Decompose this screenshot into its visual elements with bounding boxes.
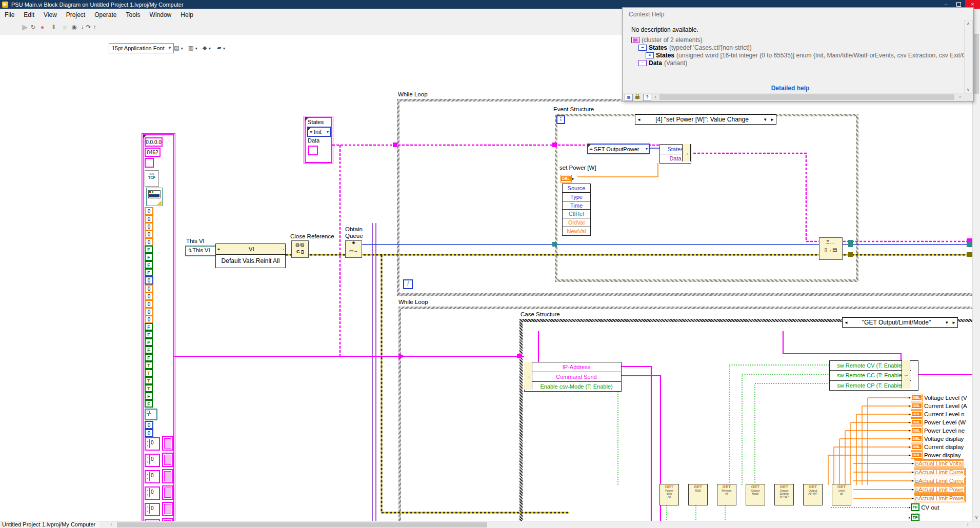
numeric-constant[interactable]: 0 [145,315,153,323]
boolean-constant[interactable]: F [145,392,153,400]
array-index-spinner[interactable]: ▴▾ [146,439,150,448]
local-variable-node[interactable]: ▸⌂Actual Limit Curre [912,477,966,485]
local-variable-node[interactable]: ▸⌂Actual Limit Curre [912,468,966,476]
obtain-queue-node[interactable]: * ▭→ [345,240,362,258]
tf-indicator-terminal[interactable]: ▸TFCV out [909,503,939,511]
scroll-left-icon[interactable]: ‹ [108,521,115,528]
this-vi-reference[interactable]: ↯This VI [185,246,218,256]
menu-item-edit[interactable]: Edit [19,9,39,21]
event-structure[interactable] [555,114,858,282]
hscrollbar-thumb[interactable] [659,94,954,100]
tf-indicator-terminal[interactable]: ▸TF [909,514,919,521]
block-diagram-canvas[interactable]: While Loop Event Structure ◄ [4] "set Po… [0,34,980,521]
get-subvi-rsd[interactable]: GETRSD [688,484,708,505]
distribute-objects-button[interactable]: ▥ ▼ [187,43,201,52]
numeric-constant[interactable]: 0 [145,222,153,231]
boolean-constant[interactable]: F [145,331,153,338]
refnum-constant[interactable] [145,409,157,420]
chevron-down-icon[interactable]: ▼ [762,117,769,122]
run-continuously-button[interactable]: ↻ [29,23,37,32]
get-subvi-output-setting-alw[interactable]: GETOutputSettingAl? W? [774,484,794,505]
boolean-constant[interactable]: F [145,269,153,276]
lock-help-icon[interactable] [634,93,641,100]
question-help-icon[interactable]: ? [643,94,651,101]
dbl-indicator-terminal[interactable]: ▸DBLPower display [909,451,961,459]
boolean-constant[interactable]: T [145,384,153,392]
numeric-constant[interactable]: 0 [145,300,153,308]
boolean-constant[interactable]: F [145,323,153,331]
scroll-right-icon[interactable]: › [964,521,971,528]
string-constant[interactable]: 8462 [145,148,161,157]
retain-wire-values-button[interactable]: ◉ [70,23,78,32]
event-timeout-terminal[interactable]: ▼▲ [556,115,565,124]
event-data-node[interactable]: SourceTypeTimeCtlRefOldValNewVal [562,184,591,236]
close-reference-node[interactable]: ▨/▨ C ▯ [291,240,309,258]
align-objects-button[interactable]: ▤ ▼ [173,43,186,52]
numeric-constant[interactable]: 0 [145,308,153,316]
string-constant[interactable] [145,158,154,168]
numeric-constant[interactable]: 0 [145,421,153,429]
array-index-spinner[interactable]: ▴▾ [146,472,150,481]
clean-up-diagram-button[interactable]: ▰ ▼ [216,43,229,52]
menu-item-window[interactable]: Window [145,9,176,21]
chevron-down-icon[interactable]: ▾ [327,130,330,134]
prev-case-icon[interactable]: ◄ [843,320,850,325]
numeric-constant[interactable]: 0 [145,207,153,215]
case-structure-selector[interactable]: ◄ "GET Output/Limit/Mode" ▼ ► [842,317,958,328]
context-help-vscrollbar[interactable]: ∧ ∨ [964,20,973,94]
pause-button[interactable]: ‖ [49,23,58,32]
menu-item-operate[interactable]: Operate [90,9,121,21]
variant-constant[interactable] [308,146,318,155]
numeric-constant[interactable]: 0 [145,238,153,246]
boolean-constant[interactable]: F [145,346,153,354]
chevron-down-icon[interactable]: ▼ [943,320,950,325]
next-case-icon[interactable]: ► [769,117,776,122]
boolean-constant[interactable]: F [145,246,153,253]
numeric-constant[interactable]: 0 [145,429,153,437]
menu-item-file[interactable]: File [0,9,19,21]
detailed-help-link[interactable]: Detailed help [623,85,958,92]
dbl-indicator-terminal[interactable]: ▸DBLVoltage Level (V [909,394,967,401]
array-index-spinner[interactable]: ▴▾ [146,488,150,497]
numeric-constant[interactable]: 0 [145,215,153,223]
array-constant[interactable]: ▴▾0 [145,503,169,515]
boolean-constant[interactable]: F [145,354,153,361]
numeric-constant[interactable]: 0 [145,276,153,285]
numeric-constant[interactable]: 0 [145,292,153,300]
menu-item-project[interactable]: Project [62,9,90,21]
boolean-constant[interactable]: T [145,377,153,384]
run-button[interactable]: ▶ [21,23,29,32]
chevron-down-icon[interactable]: ▾ [646,147,649,151]
boolean-constant[interactable]: F [145,253,153,261]
states-cluster-constant[interactable]: States ◂▸ Init ▾ Data [305,117,332,163]
dbl-indicator-terminal[interactable]: ▸DBLVoltage display [909,435,964,442]
invoke-node[interactable]: ▫▸ VI ▫ Default Vals.Reinit All [215,243,286,268]
menu-item-help[interactable]: Help [176,9,198,21]
font-selector[interactable]: 15pt Application Font▼ [109,43,174,53]
boolean-constant[interactable]: T [145,369,153,377]
array-index-spinner[interactable]: ▴▾ [146,455,150,464]
boolean-constant[interactable]: F [145,338,153,346]
set-power-terminal[interactable]: DBL▸ [560,173,574,182]
highlight-execution-button[interactable]: ☼ [61,23,69,32]
string-constant[interactable]: 0.0.0.0 [145,137,163,147]
menu-item-tools[interactable]: Tools [122,9,145,21]
boolean-constant[interactable]: F [145,261,153,269]
dbl-indicator-terminal[interactable]: ▸DBLPower Level ne [909,427,965,434]
local-variable-node[interactable]: ▸⌂Actual Limit Powe [912,494,966,502]
step-out-button[interactable]: ↑ [90,23,99,32]
get-subvi-output-mode[interactable]: GETOutputMode [746,484,765,505]
reorder-objects-button[interactable]: ◆ ▼ [202,43,215,52]
set-outputpower-enum[interactable]: ◂▸ SET OutputPower ▾ [587,144,650,154]
next-case-icon[interactable]: ► [950,320,957,325]
prev-case-icon[interactable]: ◄ [635,117,643,122]
get-subvi-output-alw[interactable]: GETOutputAl? W? [803,484,823,505]
context-help-window[interactable]: Context Help No description available. (… [622,7,974,101]
dbl-indicator-terminal[interactable]: ▸DBLCurrent Level (A [909,402,967,410]
boolean-constant[interactable]: F [145,400,153,408]
scroll-down-icon[interactable]: ∨ [973,514,980,521]
array-index-spinner[interactable]: ▴▾ [146,504,150,514]
unbundle-by-name-node[interactable]: IP-AddressCommand SendEnable csv-Mode (T… [524,362,622,392]
states-enum-constant[interactable]: ◂▸ Init ▾ [307,127,331,137]
diagram-help-icon[interactable]: ▦ [625,94,633,101]
